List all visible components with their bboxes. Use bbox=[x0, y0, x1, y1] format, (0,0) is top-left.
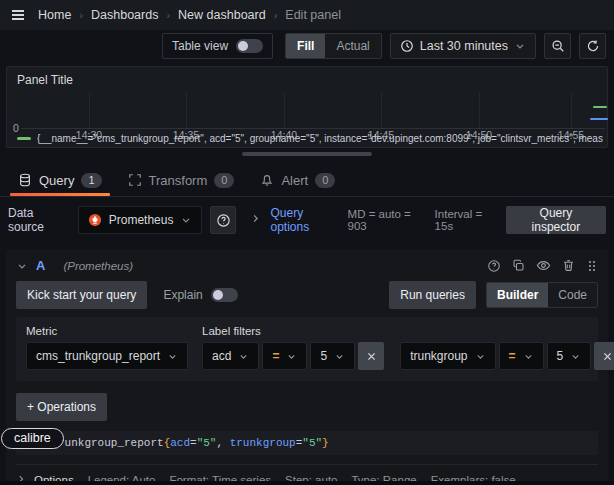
chart-legend[interactable]: {__name__="cms_trunkgroup_report", acd="… bbox=[17, 133, 603, 144]
tab-transform[interactable]: Transform 0 bbox=[118, 164, 245, 196]
actual-button[interactable]: Actual bbox=[325, 34, 380, 58]
query-editor-card: A (Prometheus) Kic bbox=[6, 249, 608, 485]
tab-transform-label: Transform bbox=[149, 173, 208, 188]
filter-2-value: 5 bbox=[557, 349, 564, 363]
prometheus-icon bbox=[88, 213, 102, 227]
metric-select[interactable]: cms_trunkgroup_report bbox=[26, 342, 188, 370]
time-series-chart: 0 bbox=[7, 91, 607, 129]
query-toolbar: Kick start your query Explain Run querie… bbox=[6, 279, 608, 315]
transform-icon bbox=[128, 173, 142, 187]
breadcrumb-separator: › bbox=[79, 9, 83, 21]
tab-alert[interactable]: Alert 0 bbox=[250, 164, 345, 196]
preview-label: trunkgroup bbox=[230, 437, 296, 449]
chevron-down-icon bbox=[180, 214, 192, 226]
time-range-picker[interactable]: Last 30 minutes bbox=[390, 33, 536, 59]
datasource-row: Data source Prometheus Query options MD … bbox=[0, 197, 614, 243]
label-filters-field: Label filters acd = 5 bbox=[202, 325, 614, 370]
zoom-out-icon bbox=[551, 39, 565, 53]
toggle-knob bbox=[213, 290, 223, 300]
editor-mode-group: Builder Code bbox=[486, 282, 598, 308]
table-view-group: Table view bbox=[162, 33, 273, 59]
filter-1-value-select[interactable]: 5 bbox=[310, 342, 355, 370]
query-inspector-button[interactable]: Query inspector bbox=[506, 206, 606, 234]
fill-button[interactable]: Fill bbox=[286, 34, 325, 58]
chevron-down-icon bbox=[514, 40, 526, 52]
query-preview: cms_trunkgroup_report{acd="5", trunkgrou… bbox=[16, 431, 598, 455]
zoom-out-button[interactable] bbox=[544, 33, 571, 59]
kick-start-query-button[interactable]: Kick start your query bbox=[16, 281, 147, 309]
query-ref-id: A bbox=[36, 258, 45, 273]
legend-series-label[interactable]: {__name__="cms_trunkgroup_report", acd="… bbox=[37, 133, 603, 144]
filter-1-op-select[interactable]: = bbox=[262, 342, 307, 370]
remove-filter-2-button[interactable] bbox=[594, 342, 614, 370]
filter-2-label-select[interactable]: trunkgroup bbox=[400, 342, 495, 370]
explain-label: Explain bbox=[163, 288, 202, 302]
chevron-down-icon bbox=[238, 351, 249, 362]
panel-preview[interactable]: Panel Title 0 14:30 14:35 14:40 14:45 14… bbox=[6, 66, 608, 148]
preview-value: "5" bbox=[302, 437, 322, 449]
chevron-down-icon bbox=[570, 351, 581, 362]
tab-transform-badge: 0 bbox=[214, 173, 234, 188]
clock-icon bbox=[400, 39, 414, 53]
code-mode-button[interactable]: Code bbox=[548, 283, 597, 307]
filter-1-label-select[interactable]: acd bbox=[202, 342, 259, 370]
builder-mode-button[interactable]: Builder bbox=[487, 283, 548, 307]
refresh-icon bbox=[586, 39, 600, 53]
metric-value: cms_trunkgroup_report bbox=[36, 349, 160, 363]
gridline bbox=[186, 93, 187, 129]
close-icon bbox=[366, 351, 377, 362]
duplicate-query-icon[interactable] bbox=[512, 259, 525, 272]
filter-2-op-select[interactable]: = bbox=[499, 342, 544, 370]
remove-filter-1-button[interactable] bbox=[358, 342, 384, 370]
preview-brace: } bbox=[322, 437, 329, 449]
menu-icon[interactable] bbox=[10, 7, 26, 23]
gridline bbox=[284, 93, 285, 129]
refresh-button[interactable] bbox=[579, 33, 606, 59]
datasource-picker[interactable]: Prometheus bbox=[78, 206, 203, 234]
max-data-points-hint: MD = auto = 903 bbox=[348, 208, 426, 232]
filter-2-op: = bbox=[509, 349, 516, 363]
bell-icon bbox=[260, 173, 274, 187]
bottom-edge bbox=[0, 481, 614, 485]
table-view-toggle[interactable] bbox=[236, 39, 263, 53]
chevron-right-icon bbox=[250, 213, 261, 227]
panel-title: Panel Title bbox=[7, 67, 607, 87]
chevron-down-icon bbox=[475, 351, 486, 362]
query-row-header[interactable]: A (Prometheus) bbox=[6, 254, 608, 279]
breadcrumb-dashboards[interactable]: Dashboards bbox=[91, 8, 158, 22]
query-options-toggle[interactable]: Query options bbox=[270, 206, 338, 234]
datasource-label: Data source bbox=[8, 206, 68, 234]
top-nav: Home › Dashboards › New dashboard › Edit… bbox=[0, 0, 614, 30]
breadcrumb-separator: › bbox=[274, 9, 278, 21]
collapse-chevron-icon[interactable] bbox=[16, 260, 28, 272]
series-blue-segment bbox=[590, 118, 608, 120]
filter-2-value-select[interactable]: 5 bbox=[547, 342, 592, 370]
metric-label: Metric bbox=[26, 325, 188, 337]
toggle-visibility-icon[interactable] bbox=[536, 258, 551, 273]
preview-comma: , bbox=[216, 437, 229, 449]
datasource-help-button[interactable] bbox=[210, 206, 236, 234]
query-help-icon[interactable] bbox=[487, 259, 501, 273]
query-builder: Metric cms_trunkgroup_report Label filte… bbox=[16, 317, 598, 381]
pane-resize-handle[interactable] bbox=[242, 152, 372, 156]
filter-2-label: trunkgroup bbox=[410, 349, 467, 363]
run-queries-button[interactable]: Run queries bbox=[389, 281, 476, 309]
close-icon bbox=[602, 351, 613, 362]
editor-tabs: Query 1 Transform 0 Alert 0 bbox=[0, 164, 614, 197]
breadcrumb: Home › Dashboards › New dashboard › Edit… bbox=[38, 8, 341, 22]
drag-handle-icon[interactable] bbox=[586, 259, 598, 273]
breadcrumb-new-dashboard[interactable]: New dashboard bbox=[178, 8, 266, 22]
gridline bbox=[571, 93, 572, 129]
chevron-down-icon bbox=[286, 351, 297, 362]
table-view-label: Table view bbox=[172, 39, 228, 53]
preview-value: "5" bbox=[197, 437, 217, 449]
add-operations-button[interactable]: + Operations bbox=[16, 393, 107, 421]
explain-toggle[interactable] bbox=[211, 288, 238, 302]
delete-query-icon[interactable] bbox=[562, 259, 575, 272]
grafana-edit-panel: Home › Dashboards › New dashboard › Edit… bbox=[0, 0, 614, 485]
breadcrumb-separator: › bbox=[166, 9, 170, 21]
tab-query[interactable]: Query 1 bbox=[8, 164, 112, 196]
breadcrumb-home[interactable]: Home bbox=[38, 8, 71, 22]
tab-alert-label: Alert bbox=[281, 173, 308, 188]
query-options-group: Query options MD = auto = 903 Interval =… bbox=[250, 206, 497, 234]
